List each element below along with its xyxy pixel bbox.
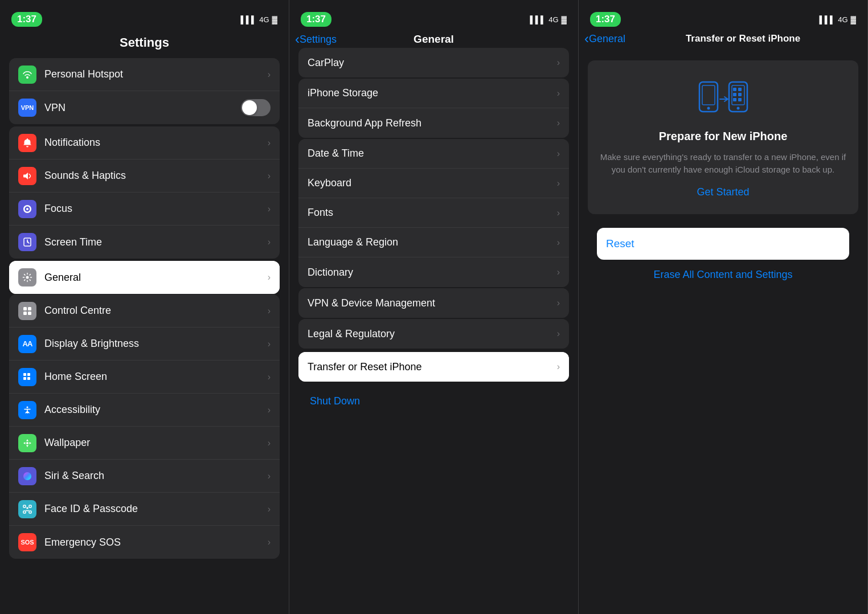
sidebar-item-control[interactable]: Control Centre › [9, 294, 280, 328]
general-chevron: › [268, 272, 271, 283]
keyboard-item[interactable]: Keyboard › [298, 169, 569, 198]
sidebar-item-homescreen[interactable]: Home Screen › [9, 361, 280, 394]
dictionary-item[interactable]: Dictionary › [298, 257, 569, 287]
fonts-item[interactable]: Fonts › [298, 198, 569, 228]
reset-item[interactable]: Reset [597, 228, 849, 260]
vpn-icon: VPN [18, 99, 36, 117]
storage-item[interactable]: iPhone Storage › [298, 79, 569, 108]
bg-refresh-chevron: › [557, 118, 560, 128]
general-icon [18, 268, 36, 286]
sidebar-item-accessibility[interactable]: Accessibility › [9, 394, 280, 427]
back-label: Settings [300, 34, 337, 46]
erase-button[interactable]: Erase All Content and Settings [579, 261, 867, 289]
language-label: Language & Region [308, 236, 557, 248]
vpn-section: VPN & Device Management › [289, 288, 578, 318]
carplay-section: CarPlay › [289, 48, 578, 77]
status-icons-3: ▌▌▌ 4G ▓ [820, 15, 856, 24]
control-label: Control Centre [44, 305, 268, 317]
battery-icon: ▓ [272, 15, 277, 24]
svg-point-2 [26, 276, 29, 279]
vpn-mgmt-item[interactable]: VPN & Device Management › [298, 288, 569, 318]
carplay-chevron: › [557, 58, 560, 68]
settings-title: Settings [0, 31, 289, 54]
homescreen-icon [18, 368, 36, 386]
general-nav-header: ‹ Settings General [289, 31, 578, 48]
display-icon: AA [18, 335, 36, 353]
section-connectivity: Personal Hotspot › VPN VPN [0, 58, 289, 124]
svg-rect-27 [733, 98, 736, 101]
focus-label: Focus [44, 203, 268, 215]
sidebar-item-faceid[interactable]: Face ID & Passcode › [9, 493, 280, 526]
svg-rect-25 [733, 93, 736, 96]
legal-section: Legal & Regulatory › [289, 319, 578, 349]
status-bar-3: 1:37 ▌▌▌ 4G ▓ [579, 0, 867, 31]
storage-label: iPhone Storage [308, 87, 557, 99]
svg-rect-14 [29, 505, 31, 507]
transfer-page-title: Transfer or Reset iPhone [588, 33, 858, 44]
panel-general: 1:37 ▌▌▌ 4G ▓ ‹ Settings General CarPlay… [289, 0, 579, 614]
sidebar-item-notifications[interactable]: Notifications › [9, 126, 280, 159]
svg-point-11 [27, 406, 28, 408]
back-button[interactable]: ‹ Settings [295, 32, 337, 46]
transfer-card-desc: Make sure everything's ready to transfer… [599, 151, 847, 176]
sidebar-item-sos[interactable]: SOS Emergency SOS › [9, 526, 280, 559]
accessibility-icon [18, 401, 36, 419]
section-alerts: Notifications › Sounds & Haptics › Focus… [0, 126, 289, 259]
status-icons-2: ▌▌▌ 4G ▓ [530, 15, 567, 24]
datetime-item[interactable]: Date & Time › [298, 139, 569, 169]
datetime-section: Date & Time › Keyboard › Fonts › Languag… [289, 139, 578, 287]
siri-label: Siri & Search [44, 470, 268, 482]
sidebar-item-siri[interactable]: Siri & Search › [9, 460, 280, 493]
sidebar-item-hotspot[interactable]: Personal Hotspot › [9, 58, 280, 91]
status-bar-1: 1:37 ▌▌▌ 4G ▓ [0, 0, 289, 31]
svg-rect-28 [738, 98, 742, 101]
svg-rect-5 [23, 312, 27, 315]
svg-rect-7 [23, 373, 26, 376]
battery-icon-3: ▓ [851, 15, 856, 24]
bg-refresh-item[interactable]: Background App Refresh › [298, 108, 569, 138]
svg-rect-19 [702, 85, 715, 105]
faceid-chevron: › [268, 504, 271, 514]
homescreen-chevron: › [268, 372, 271, 382]
screentime-chevron: › [268, 237, 271, 247]
sidebar-item-wallpaper[interactable]: Wallpaper › [9, 427, 280, 460]
display-label: Display & Brightness [44, 338, 268, 350]
svg-point-20 [707, 107, 710, 110]
get-started-button[interactable]: Get Started [697, 184, 749, 200]
sidebar-item-vpn[interactable]: VPN VPN [9, 91, 280, 124]
shutdown-section: Shut Down [289, 382, 578, 421]
panel-transfer: 1:37 ▌▌▌ 4G ▓ ‹ General Transfer or Rese… [579, 0, 868, 614]
general-label: General [44, 272, 268, 284]
bg-refresh-label: Background App Refresh [308, 117, 557, 129]
sidebar-item-focus[interactable]: Focus › [9, 193, 280, 226]
sidebar-item-sounds[interactable]: Sounds & Haptics › [9, 159, 280, 193]
focus-chevron: › [268, 204, 271, 214]
signal-icon-2: ▌▌▌ [530, 15, 546, 24]
legal-item[interactable]: Legal & Regulatory › [298, 319, 569, 349]
svg-rect-15 [23, 511, 26, 513]
transfer-label: Transfer or Reset iPhone [308, 361, 557, 373]
svg-point-12 [23, 472, 31, 480]
wallpaper-chevron: › [268, 438, 271, 448]
language-item[interactable]: Language & Region › [298, 228, 569, 257]
sidebar-item-display[interactable]: AA Display & Brightness › [9, 328, 280, 361]
hotspot-label: Personal Hotspot [44, 68, 268, 80]
carplay-item[interactable]: CarPlay › [298, 48, 569, 77]
sidebar-item-screentime[interactable]: Screen Time › [9, 226, 280, 259]
svg-point-17 [27, 507, 28, 509]
storage-section: iPhone Storage › Background App Refresh … [289, 79, 578, 138]
sos-icon: SOS [18, 533, 36, 551]
control-chevron: › [268, 306, 271, 316]
shutdown-button[interactable]: Shut Down [298, 387, 569, 415]
accessibility-chevron: › [268, 405, 271, 415]
svg-rect-24 [738, 88, 742, 91]
fonts-label: Fonts [308, 207, 557, 219]
transfer-back-button[interactable]: ‹ General [584, 32, 625, 46]
svg-point-0 [26, 76, 28, 79]
svg-rect-3 [23, 307, 27, 310]
network-label: 4G [259, 15, 269, 24]
vpn-label: VPN [44, 102, 241, 114]
transfer-item[interactable]: Transfer or Reset iPhone › [298, 352, 569, 382]
sidebar-item-general[interactable]: General › [9, 261, 280, 294]
vpn-toggle[interactable] [241, 99, 271, 116]
